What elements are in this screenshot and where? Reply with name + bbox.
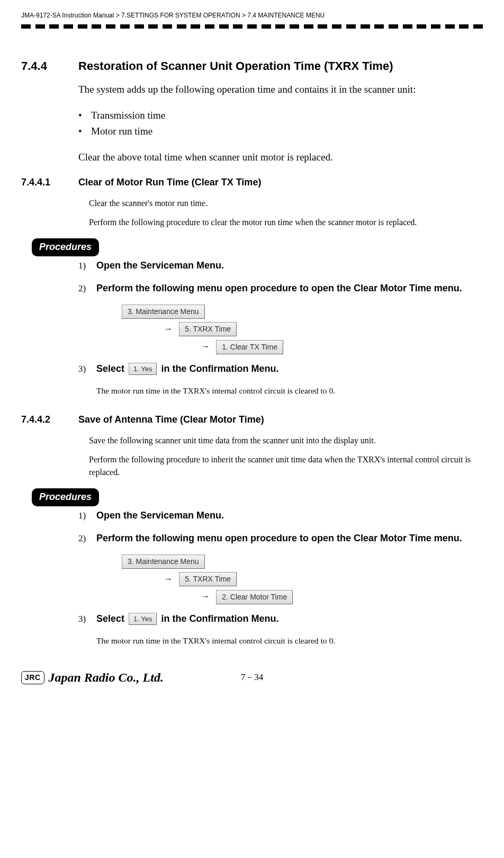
arrow-icon: → <box>164 324 173 333</box>
step-number: 2) <box>78 532 96 546</box>
step-number: 1) <box>78 259 96 273</box>
step-text-pre: Select <box>96 612 124 626</box>
subsection-paragraph: Perform the following procedure to inher… <box>89 453 483 479</box>
divider-dashes <box>21 24 483 31</box>
procedure-step: 1) Open the Serviceman Menu. <box>78 508 483 523</box>
subsection-paragraph: Perform the following procedure to clear… <box>89 216 483 229</box>
menu-button-txrx-time[interactable]: 5. TXRX Time <box>179 572 237 586</box>
menu-path-level-1: 3. Maintenance Menu <box>122 554 483 569</box>
procedure-step: 2) Perform the following menu open proce… <box>78 531 483 546</box>
step-note: The motor run time in the TXRX's interna… <box>96 634 483 647</box>
step-note: The motor run time in the TXRX's interna… <box>96 385 483 397</box>
step-text-post: in the Confirmation Menu. <box>161 612 278 626</box>
step-text-pre: Select <box>96 362 124 376</box>
company-name: Japan Radio Co., Ltd. <box>49 668 164 687</box>
menu-path-level-2: → 5. TXRX Time <box>164 572 483 587</box>
menu-button-maintenance[interactable]: 3. Maintenance Menu <box>122 555 205 569</box>
step-number: 2) <box>78 282 96 296</box>
step-number: 3) <box>78 612 96 626</box>
list-item: • Transmission time <box>78 108 483 123</box>
bullet-text: Motor run time <box>91 124 152 139</box>
menu-path-level-2: → 5. TXRX Time <box>164 322 483 337</box>
section-after-bullets: Clear the above total time when scanner … <box>78 150 483 165</box>
section-heading: 7.4.4 Restoration of Scanner Unit Operat… <box>21 57 483 75</box>
subsection-number: 7.4.4.1 <box>21 175 78 190</box>
page-footer: JRC Japan Radio Co., Ltd. 7－34 <box>21 668 483 687</box>
arrow-icon: → <box>201 342 210 351</box>
subsection-heading: 7.4.4.2 Save of Antenna Time (Clear Moto… <box>21 413 483 427</box>
step-text: Open the Serviceman Menu. <box>96 260 224 271</box>
bullet-icon: • <box>78 124 91 139</box>
subsection-title: Clear of Motor Run Time (Clear TX Time) <box>78 175 261 190</box>
bullet-icon: • <box>78 108 91 123</box>
arrow-icon: → <box>201 592 210 601</box>
section-title: Restoration of Scanner Unit Operation Ti… <box>78 57 393 75</box>
procedure-step: 1) Open the Serviceman Menu. <box>78 258 483 273</box>
step-text: Open the Serviceman Menu. <box>96 510 224 521</box>
subsection-paragraph: Save the following scanner unit time dat… <box>89 434 483 447</box>
step-text: Perform the following menu open procedur… <box>96 283 462 293</box>
subsection-heading: 7.4.4.1 Clear of Motor Run Time (Clear T… <box>21 175 483 190</box>
procedure-step: 2) Perform the following menu open proce… <box>78 281 483 296</box>
list-item: • Motor run time <box>78 124 483 139</box>
arrow-icon: → <box>164 574 173 583</box>
subsection-paragraph: Clear the scanner's motor run time. <box>89 197 483 210</box>
menu-button-yes[interactable]: 1. Yes <box>129 363 157 376</box>
section-intro: The system adds up the following operati… <box>78 82 483 97</box>
menu-button-clear-motor-time[interactable]: 2. Clear Motor Time <box>216 590 293 604</box>
menu-button-maintenance[interactable]: 3. Maintenance Menu <box>122 305 205 319</box>
breadcrumb: JMA-9172-SA Instruction Manual > 7.SETTI… <box>21 11 483 20</box>
menu-path-level-1: 3. Maintenance Menu <box>122 304 483 319</box>
procedure-step: 3) Select 1. Yes in the Confirmation Men… <box>78 612 483 626</box>
step-number: 1) <box>78 509 96 523</box>
bullet-text: Transmission time <box>91 108 165 123</box>
section-number: 7.4.4 <box>21 57 78 75</box>
menu-button-clear-tx-time[interactable]: 1. Clear TX Time <box>216 340 283 354</box>
menu-path-level-3: → 1. Clear TX Time <box>201 339 483 354</box>
jrc-logo-box: JRC <box>21 671 44 684</box>
menu-button-txrx-time[interactable]: 5. TXRX Time <box>179 322 237 336</box>
step-text-post: in the Confirmation Menu. <box>161 362 278 376</box>
menu-path-level-3: → 2. Clear Motor Time <box>201 589 483 604</box>
procedures-badge: Procedures <box>32 238 99 256</box>
subsection-number: 7.4.4.2 <box>21 413 78 427</box>
procedure-step: 3) Select 1. Yes in the Confirmation Men… <box>78 362 483 376</box>
procedures-badge: Procedures <box>32 488 99 506</box>
bullet-list: • Transmission time • Motor run time <box>78 108 483 139</box>
subsection-title: Save of Antenna Time (Clear Motor Time) <box>78 413 264 427</box>
step-text: Perform the following menu open procedur… <box>96 533 462 543</box>
step-number: 3) <box>78 362 96 376</box>
page-number: 7－34 <box>241 671 264 684</box>
menu-button-yes[interactable]: 1. Yes <box>129 613 157 625</box>
